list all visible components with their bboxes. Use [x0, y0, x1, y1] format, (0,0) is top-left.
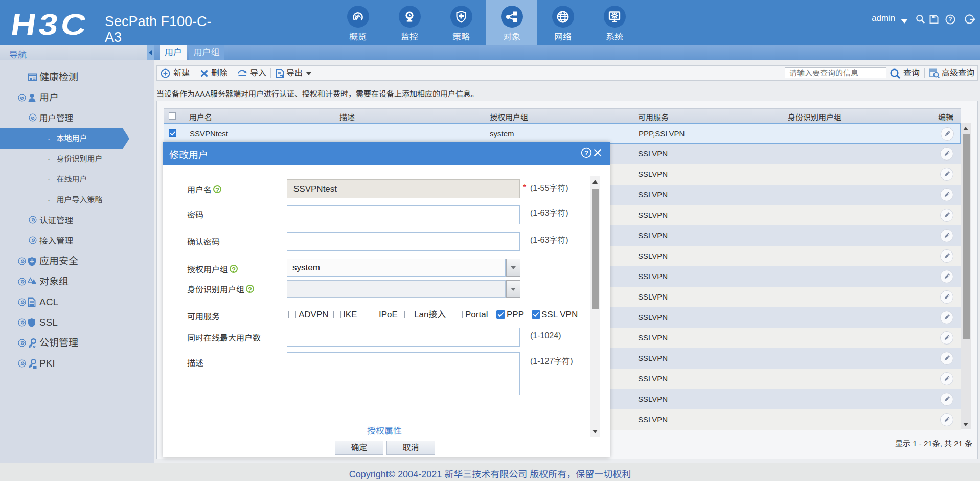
svg-text:?: ?: [948, 16, 952, 23]
svg-text:?: ?: [584, 149, 588, 157]
